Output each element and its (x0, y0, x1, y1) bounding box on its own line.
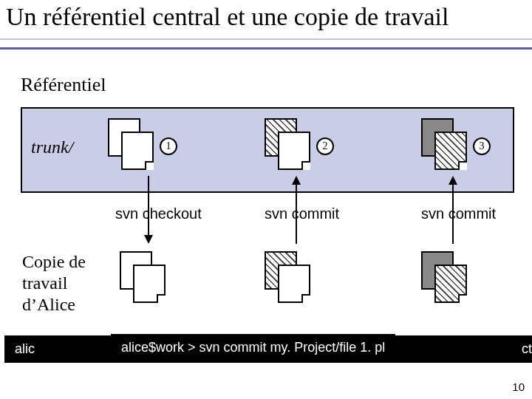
terminal-back-right: ct (522, 341, 532, 357)
arrow-checkout-head (144, 235, 153, 244)
arrow-commit2-head (449, 176, 457, 185)
revision-badge-3: 3 (473, 137, 491, 155)
wc-line2: travail (22, 273, 67, 293)
slide-title: Un référentiel central et une copie de t… (6, 3, 449, 31)
revision-badge-1: 1 (160, 137, 177, 155)
wc-line1: Copie de (22, 252, 86, 271)
label-checkout: svn checkout (115, 205, 202, 222)
wc-files-3 (421, 251, 468, 304)
title-underline (0, 37, 532, 50)
terminal-back-left: alic (15, 341, 35, 356)
repository-heading: Référentiel (21, 74, 106, 96)
label-commit1: svn commit (265, 205, 339, 222)
wc-files-2 (265, 251, 312, 304)
wc-files-1 (120, 251, 167, 304)
revision-badge-2: 2 (316, 137, 334, 155)
repo-files-rev1 (108, 118, 155, 171)
repo-files-rev3 (421, 118, 468, 171)
repo-files-rev2 (265, 118, 312, 171)
arrow-commit1-head (292, 176, 301, 185)
trunk-label: trunk/ (31, 137, 73, 157)
working-copy-heading: Copie de travail d’Alice (22, 251, 86, 315)
terminal-front: alice$work > svn commit my. Project/file… (111, 334, 395, 361)
wc-line3: d’Alice (22, 295, 75, 314)
page-number: 10 (512, 381, 525, 393)
label-commit2: svn commit (421, 205, 496, 222)
